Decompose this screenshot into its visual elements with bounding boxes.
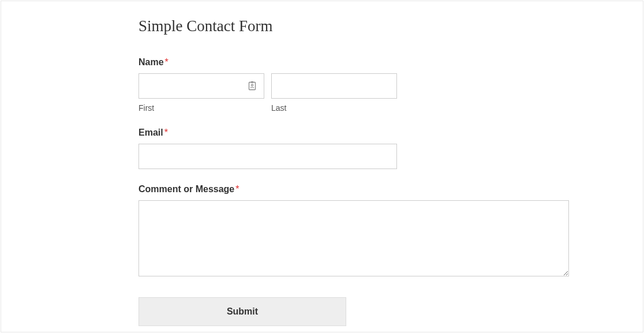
last-name-input[interactable] bbox=[271, 73, 397, 99]
first-name-wrap bbox=[138, 73, 264, 99]
name-field-group: Name* Fi bbox=[138, 57, 643, 113]
first-name-col: First bbox=[138, 73, 264, 113]
message-label: Comment or Message* bbox=[138, 184, 643, 194]
name-label: Name* bbox=[138, 57, 643, 68]
name-row: First Last bbox=[138, 73, 643, 113]
name-label-text: Name bbox=[138, 57, 164, 67]
contact-form: Simple Contact Form Name* bbox=[1, 1, 643, 326]
email-label: Email* bbox=[138, 128, 643, 138]
first-name-sublabel: First bbox=[138, 103, 264, 113]
email-field-group: Email* bbox=[138, 128, 643, 169]
required-mark: * bbox=[165, 57, 169, 67]
last-name-col: Last bbox=[271, 73, 397, 113]
message-label-text: Comment or Message bbox=[138, 184, 234, 194]
message-textarea[interactable] bbox=[138, 200, 569, 276]
form-title: Simple Contact Form bbox=[138, 17, 643, 35]
email-input[interactable] bbox=[138, 144, 397, 169]
message-field-group: Comment or Message* bbox=[138, 184, 643, 279]
submit-button[interactable]: Submit bbox=[138, 297, 346, 326]
first-name-input[interactable] bbox=[138, 73, 264, 99]
email-label-text: Email bbox=[138, 128, 163, 137]
last-name-sublabel: Last bbox=[271, 103, 397, 113]
required-mark: * bbox=[164, 128, 168, 137]
required-mark: * bbox=[235, 184, 239, 194]
